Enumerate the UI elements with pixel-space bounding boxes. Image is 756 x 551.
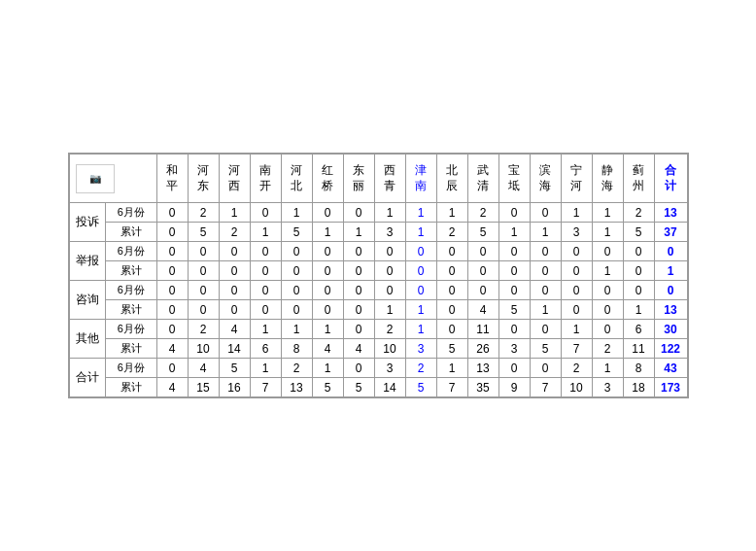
table-row: 累计41516713551457359710318173	[69, 378, 687, 397]
data-cell: 0	[530, 320, 561, 339]
data-cell: 1	[561, 320, 592, 339]
data-cell: 5	[530, 339, 561, 359]
data-cell: 0	[156, 203, 188, 223]
data-cell: 13	[467, 359, 498, 378]
data-cell: 1	[592, 223, 623, 242]
data-cell: 3	[498, 339, 530, 359]
data-cell: 0	[530, 242, 561, 261]
data-cell: 11	[623, 339, 654, 359]
data-cell: 0	[561, 261, 592, 281]
data-cell: 122	[654, 339, 687, 359]
data-cell: 2	[405, 359, 436, 378]
data-cell: 5	[405, 378, 436, 397]
data-cell: 4	[188, 359, 219, 378]
col-header-6: 东丽	[343, 155, 374, 203]
data-cell: 0	[436, 320, 467, 339]
data-cell: 0	[592, 320, 623, 339]
header-row: 📷 和平河东河西南开河北红桥东丽西青津南北辰武清宝坻滨海宁河静海蓟州合计	[69, 155, 687, 203]
table-row: 累计052151131251131537	[69, 223, 687, 242]
data-cell: 1	[623, 300, 654, 320]
col-header-14: 静海	[592, 155, 623, 203]
data-cell: 5	[436, 339, 467, 359]
data-cell: 35	[467, 378, 498, 397]
sub-label: 6月份	[106, 320, 157, 339]
data-cell: 0	[156, 223, 188, 242]
data-cell: 1	[405, 223, 436, 242]
table-row: 投诉6月份021010011120011213	[69, 203, 687, 223]
data-cell: 1	[281, 320, 312, 339]
data-cell: 173	[654, 378, 687, 397]
col-header-5: 红桥	[312, 155, 343, 203]
data-cell: 16	[219, 378, 250, 397]
data-cell: 13	[654, 300, 687, 320]
data-cell: 2	[467, 203, 498, 223]
data-cell: 0	[623, 281, 654, 300]
table-row: 其他6月份0241110210110010630	[69, 320, 687, 339]
data-cell: 5	[343, 378, 374, 397]
data-cell: 0	[405, 261, 436, 281]
data-cell: 10	[188, 339, 219, 359]
data-cell: 2	[561, 359, 592, 378]
data-cell: 6	[623, 320, 654, 339]
data-cell: 0	[592, 242, 623, 261]
data-cell: 7	[250, 378, 281, 397]
data-cell: 1	[312, 320, 343, 339]
data-cell: 0	[654, 242, 687, 261]
data-cell: 0	[281, 300, 312, 320]
data-cell: 10	[374, 339, 405, 359]
data-cell: 0	[343, 281, 374, 300]
data-cell: 0	[623, 261, 654, 281]
data-cell: 0	[188, 261, 219, 281]
category-label-3: 其他	[69, 320, 106, 359]
main-table-wrapper: 📷 和平河东河西南开河北红桥东丽西青津南北辰武清宝坻滨海宁河静海蓟州合计 投诉6…	[68, 153, 689, 398]
sub-label: 累计	[106, 223, 157, 242]
sub-label: 6月份	[106, 203, 157, 223]
data-cell: 11	[467, 320, 498, 339]
col-header-8: 津南	[405, 155, 436, 203]
data-cell: 8	[281, 339, 312, 359]
data-cell: 0	[436, 281, 467, 300]
data-cell: 0	[219, 281, 250, 300]
data-cell: 1	[312, 359, 343, 378]
logo-placeholder: 📷	[89, 173, 101, 184]
category-label-4: 合计	[69, 359, 106, 397]
data-cell: 0	[374, 242, 405, 261]
data-cell: 0	[436, 261, 467, 281]
data-cell: 1	[436, 203, 467, 223]
col-header-10: 武清	[467, 155, 498, 203]
data-cell: 1	[405, 300, 436, 320]
data-cell: 9	[498, 378, 530, 397]
data-cell: 5	[281, 223, 312, 242]
data-cell: 1	[219, 203, 250, 223]
data-cell: 0	[156, 300, 188, 320]
data-cell: 0	[156, 359, 188, 378]
data-cell: 1	[374, 203, 405, 223]
sub-label: 6月份	[106, 242, 157, 261]
category-label-2: 咨询	[69, 281, 106, 320]
data-cell: 10	[561, 378, 592, 397]
data-cell: 0	[281, 242, 312, 261]
data-cell: 0	[592, 300, 623, 320]
data-cell: 1	[498, 223, 530, 242]
data-cell: 2	[592, 339, 623, 359]
col-header-4: 河北	[281, 155, 312, 203]
data-cell: 0	[156, 261, 188, 281]
data-cell: 3	[592, 378, 623, 397]
data-cell: 0	[436, 300, 467, 320]
col-header-15: 蓟州	[623, 155, 654, 203]
data-cell: 7	[436, 378, 467, 397]
data-cell: 0	[250, 300, 281, 320]
data-cell: 14	[374, 378, 405, 397]
data-cell: 1	[592, 203, 623, 223]
sub-label: 6月份	[106, 359, 157, 378]
data-cell: 0	[343, 300, 374, 320]
data-cell: 1	[436, 359, 467, 378]
data-cell: 5	[498, 300, 530, 320]
sub-label: 6月份	[106, 281, 157, 300]
data-cell: 0	[219, 300, 250, 320]
data-cell: 1	[405, 203, 436, 223]
logo-cell: 📷	[69, 155, 156, 203]
data-cell: 0	[498, 261, 530, 281]
data-cell: 0	[156, 242, 188, 261]
data-cell: 0	[281, 281, 312, 300]
